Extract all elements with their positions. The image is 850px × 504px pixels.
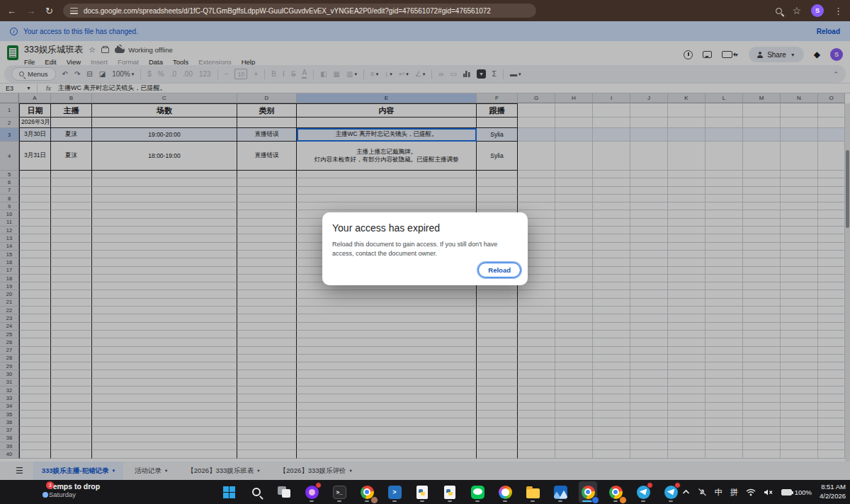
notification-badge (674, 482, 681, 488)
notification-badge (315, 482, 322, 488)
python-file-icon[interactable] (413, 481, 431, 503)
dialog-body: Reload this document to gain access. If … (332, 240, 519, 258)
blue-profile-badge (591, 496, 599, 504)
wifi-icon[interactable] (746, 488, 756, 496)
avatar-profile-badge (370, 496, 378, 504)
ime-language-indicator[interactable]: 中 (715, 487, 722, 498)
tray-date: 4/2/2026 (820, 492, 846, 501)
running-indicator (448, 500, 452, 503)
orange-profile-badge (619, 496, 627, 504)
battery-percent: 100% (795, 488, 812, 496)
terminal-icon[interactable]: >_ (330, 481, 348, 503)
browser-menu-kebab-icon[interactable]: ⋮ (834, 6, 843, 16)
photos-icon[interactable] (551, 481, 570, 503)
ime-pinyin-indicator[interactable]: 拼 (730, 487, 738, 498)
telegram-2-icon[interactable] (662, 481, 680, 503)
weather-badge: 3 (46, 481, 54, 489)
site-settings-icon[interactable] (70, 8, 78, 14)
screen: ← → ↻ docs.google.com/spreadsheets/d/1fC… (0, 0, 850, 504)
weather-subline: Saturday (49, 491, 100, 498)
battery-icon (781, 489, 792, 496)
system-tray: 中 拼 100% 8:51 AM 4/2/2026 (682, 480, 846, 504)
running-indicator (392, 500, 397, 503)
running-indicator (641, 500, 645, 503)
running-indicator (669, 500, 673, 503)
running-indicator (475, 500, 480, 503)
chrome-work-icon[interactable] (579, 481, 597, 503)
url-text: docs.google.com/spreadsheets/d/1fC-Q7LGm… (84, 7, 491, 15)
running-indicator (531, 500, 535, 503)
running-indicator (310, 500, 314, 503)
notifications-off-icon[interactable] (698, 488, 707, 497)
file-explorer-icon[interactable] (523, 481, 542, 503)
telegram-icon[interactable] (634, 481, 652, 503)
taskbar-icons: >_> (220, 480, 680, 504)
copilot-icon[interactable] (496, 481, 514, 503)
start-icon[interactable] (220, 481, 238, 503)
security-app-icon[interactable] (302, 481, 321, 503)
access-expired-dialog: Your access has expired Reload this docu… (322, 212, 528, 285)
running-indicator (420, 500, 424, 503)
browser-avatar[interactable]: S (811, 4, 824, 17)
zoom-icon[interactable] (776, 8, 782, 14)
running-indicator (503, 500, 507, 503)
reload-icon[interactable]: ↻ (45, 6, 53, 16)
running-indicator (613, 500, 618, 503)
bookmark-star-icon[interactable]: ☆ (792, 6, 801, 16)
volume-muted-icon[interactable] (764, 488, 774, 496)
running-indicator (337, 500, 341, 503)
powershell-icon[interactable]: > (385, 481, 404, 503)
tray-chevron-up-icon[interactable] (682, 489, 690, 495)
taskbar-clock[interactable]: 8:51 AM 4/2/2026 (820, 483, 846, 501)
browser-toolbar: ← → ↻ docs.google.com/spreadsheets/d/1fC… (0, 0, 850, 21)
notification-badge (647, 482, 653, 488)
weather-headline: Temps to drop (49, 482, 100, 491)
chrome-personal-icon[interactable] (606, 481, 625, 503)
dialog-reload-button[interactable]: Reload (478, 263, 521, 277)
address-bar[interactable]: docs.google.com/spreadsheets/d/1fC-Q7LGm… (63, 4, 536, 18)
windows-taskbar: 3 Temps to drop Saturday >_> 中 拼 (0, 480, 850, 504)
forward-icon[interactable]: → (26, 6, 35, 16)
line-icon[interactable] (468, 481, 487, 503)
battery-indicator[interactable]: 100% (781, 488, 812, 496)
python-file-2-icon[interactable] (441, 481, 459, 503)
chrome-profile-icon[interactable] (358, 481, 376, 503)
running-indicator (558, 500, 562, 503)
search-icon[interactable] (247, 481, 266, 503)
task-view-icon[interactable] (275, 481, 293, 503)
running-indicator (365, 500, 369, 503)
weather-widget[interactable]: 3 Temps to drop Saturday (39, 482, 100, 498)
tray-time: 8:51 AM (820, 483, 846, 492)
back-icon[interactable]: ← (7, 6, 16, 16)
dialog-title: Your access has expired (332, 222, 518, 234)
